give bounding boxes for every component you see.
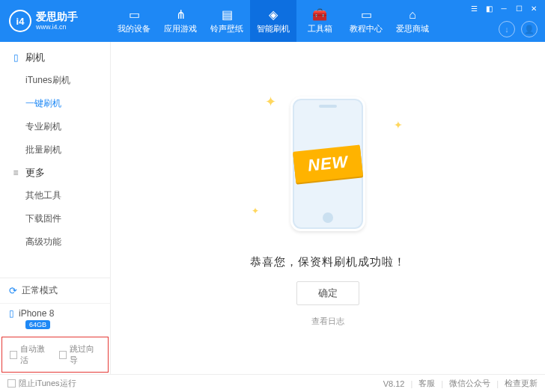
sidebar-item-oneclick-flash[interactable]: 一键刷机 — [0, 92, 110, 115]
support-link[interactable]: 客服 — [418, 378, 435, 389]
skin-icon[interactable]: ◧ — [484, 3, 494, 13]
brand-title: 爱思助手 — [36, 11, 78, 22]
flash-options-highlight: 自动激活 跳过向导 — [1, 337, 109, 373]
wallpaper-icon: ▤ — [222, 7, 233, 22]
device-info-row[interactable]: ▯ iPhone 8 64GB — [0, 304, 110, 335]
refresh-icon: ⟳ — [9, 285, 17, 296]
wechat-link[interactable]: 微信公众号 — [449, 378, 490, 389]
checkbox-skip-guide[interactable]: 跳过向导 — [59, 343, 101, 366]
apps-icon: ⋔ — [176, 7, 186, 22]
brand-subtitle: www.i4.cn — [36, 23, 78, 31]
sidebar-item-other-tools[interactable]: 其他工具 — [0, 184, 110, 207]
brand: i4 爱思助手 www.i4.cn — [0, 10, 111, 32]
sidebar-item-batch-flash[interactable]: 批量刷机 — [0, 138, 110, 162]
sidebar-group-more[interactable]: ≡ 更多 — [0, 162, 110, 184]
success-illustration: ✦ ✦ ✦ NEW — [246, 89, 410, 239]
store-icon: ⌂ — [409, 8, 416, 22]
success-message: 恭喜您，保资料刷机成功啦！ — [250, 255, 406, 269]
nav-apps[interactable]: ⋔应用游戏 — [157, 0, 204, 42]
menu-icon[interactable]: ☰ — [469, 3, 479, 13]
flash-icon: ◈ — [269, 7, 278, 22]
storage-badge: 64GB — [25, 320, 50, 329]
more-icon: ≡ — [10, 168, 21, 178]
check-update-link[interactable]: 检查更新 — [505, 378, 538, 389]
device-name: iPhone 8 — [19, 308, 54, 319]
view-log-link[interactable]: 查看日志 — [311, 316, 344, 327]
nav-store[interactable]: ⌂爱思商城 — [389, 0, 436, 42]
main-nav: ▭我的设备 ⋔应用游戏 ▤铃声壁纸 ◈智能刷机 🧰工具箱 ▭教程中心 ⌂爱思商城 — [111, 0, 436, 42]
app-header: i4 爱思助手 www.i4.cn ▭我的设备 ⋔应用游戏 ▤铃声壁纸 ◈智能刷… — [0, 0, 545, 42]
sidebar: ▯ 刷机 iTunes刷机 一键刷机 专业刷机 批量刷机 ≡ 更多 其他工具 下… — [0, 42, 111, 374]
device-mode-row[interactable]: ⟳ 正常模式 — [0, 278, 110, 304]
sidebar-group-flash[interactable]: ▯ 刷机 — [0, 46, 110, 69]
user-icon[interactable]: 👤 — [521, 21, 538, 37]
status-bar: 阻止iTunes运行 V8.12 | 客服 | 微信公众号 | 检查更新 — [0, 374, 545, 392]
sidebar-item-itunes-flash[interactable]: iTunes刷机 — [0, 69, 110, 92]
toolbox-icon: 🧰 — [312, 7, 327, 22]
minimize-icon[interactable]: ─ — [499, 3, 509, 13]
nav-ringtones[interactable]: ▤铃声壁纸 — [204, 0, 250, 42]
main-panel: ✦ ✦ ✦ NEW 恭喜您，保资料刷机成功啦！ 确定 查看日志 — [111, 42, 545, 374]
brand-logo: i4 — [9, 10, 31, 32]
close-icon[interactable]: ✕ — [529, 3, 539, 13]
maximize-icon[interactable]: ☐ — [514, 3, 524, 13]
version-label: V8.12 — [383, 379, 405, 388]
phone-small-icon: ▯ — [9, 308, 14, 319]
checkbox-auto-activate[interactable]: 自动激活 — [10, 343, 52, 366]
device-icon: ▯ — [10, 52, 21, 63]
window-controls: ☰ ◧ ─ ☐ ✕ — [469, 3, 539, 13]
sidebar-item-pro-flash[interactable]: 专业刷机 — [0, 115, 110, 138]
book-icon: ▭ — [361, 7, 372, 22]
checkbox-block-itunes[interactable]: 阻止iTunes运行 — [7, 378, 76, 389]
ok-button[interactable]: 确定 — [296, 281, 359, 305]
phone-icon: ▭ — [129, 7, 140, 22]
nav-tutorials[interactable]: ▭教程中心 — [343, 0, 389, 42]
nav-toolbox[interactable]: 🧰工具箱 — [296, 0, 343, 42]
sidebar-item-download-fw[interactable]: 下载固件 — [0, 207, 110, 230]
nav-my-device[interactable]: ▭我的设备 — [111, 0, 157, 42]
download-icon[interactable]: ↓ — [499, 21, 515, 37]
sidebar-item-advanced[interactable]: 高级功能 — [0, 230, 110, 254]
nav-flash[interactable]: ◈智能刷机 — [250, 0, 296, 42]
